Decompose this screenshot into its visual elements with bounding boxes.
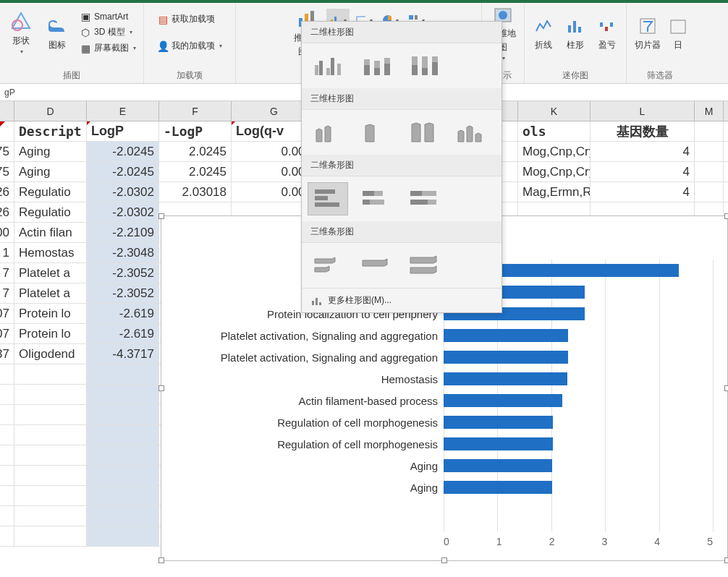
- cell[interactable]: 75: [0, 142, 14, 161]
- cell[interactable]: 7: [0, 283, 14, 303]
- cell[interactable]: 2.0245: [159, 142, 232, 161]
- 3d-100stacked-bar-icon[interactable]: [403, 249, 444, 282]
- cell[interactable]: -2.619: [87, 304, 159, 323]
- hdr-D[interactable]: Descript: [14, 121, 87, 141]
- cell[interactable]: [87, 486, 159, 505]
- cell[interactable]: 00: [0, 223, 14, 242]
- 3d-column-icon[interactable]: [451, 116, 491, 149]
- cell[interactable]: [87, 405, 159, 424]
- 3d-stacked-bar-icon[interactable]: [355, 249, 396, 282]
- sparkline-winloss-button[interactable]: 盈亏: [593, 4, 622, 61]
- col-K[interactable]: K: [518, 101, 591, 121]
- cell[interactable]: 4: [591, 182, 695, 202]
- cell[interactable]: Protein lo: [14, 304, 87, 323]
- resize-handle[interactable]: [724, 385, 728, 391]
- cell[interactable]: [14, 385, 87, 404]
- cell[interactable]: 26: [0, 182, 14, 202]
- cell[interactable]: Hemostas: [14, 243, 87, 262]
- cell[interactable]: [695, 162, 724, 181]
- more-column-charts-button[interactable]: 更多柱形图(M)...: [302, 288, 501, 312]
- chart-bar[interactable]: [444, 372, 567, 385]
- cell[interactable]: Mag,Ermn,Rho: [518, 182, 591, 202]
- cell[interactable]: [695, 142, 724, 161]
- cell[interactable]: -2.3052: [87, 263, 159, 283]
- cell[interactable]: 75: [0, 162, 14, 181]
- 3dmodel-button[interactable]: ⬡3D 模型▾: [77, 25, 139, 40]
- cell[interactable]: [87, 385, 159, 404]
- cell[interactable]: 07: [0, 304, 14, 323]
- cell[interactable]: [87, 364, 159, 384]
- col-E[interactable]: E: [87, 101, 159, 121]
- cell[interactable]: 2.03018: [159, 182, 232, 202]
- cell[interactable]: -2.2109: [87, 223, 159, 242]
- cell[interactable]: [0, 506, 14, 526]
- cell[interactable]: Regulatio: [14, 182, 87, 202]
- cell[interactable]: -2.0302: [87, 182, 159, 202]
- hdr-K[interactable]: ols: [518, 121, 591, 141]
- cell[interactable]: [87, 445, 159, 465]
- timeline-button[interactable]: 日: [667, 4, 689, 61]
- 3d-stacked-column-icon[interactable]: [355, 116, 396, 149]
- cell[interactable]: [0, 445, 14, 465]
- cell[interactable]: Oligodend: [14, 344, 87, 364]
- cell[interactable]: [0, 405, 14, 424]
- cell[interactable]: [0, 425, 14, 445]
- cell[interactable]: 26: [0, 202, 14, 222]
- screenshot-button[interactable]: ▦屏幕截图▾: [77, 40, 139, 56]
- 3d-clustered-bar-icon[interactable]: [308, 249, 348, 282]
- cell[interactable]: [14, 425, 87, 445]
- clustered-column-icon[interactable]: [308, 49, 348, 82]
- 100stacked-bar-icon[interactable]: [403, 182, 444, 215]
- resize-handle[interactable]: [724, 557, 728, 563]
- cell[interactable]: [14, 486, 87, 505]
- cell[interactable]: Aging: [14, 142, 87, 161]
- cell[interactable]: [14, 526, 87, 546]
- stacked-column-icon[interactable]: [355, 49, 396, 82]
- 3d-100stacked-column-icon[interactable]: [403, 116, 444, 149]
- cell[interactable]: Aging: [14, 162, 87, 181]
- resize-handle[interactable]: [441, 557, 447, 563]
- stacked-bar-icon[interactable]: [355, 182, 396, 215]
- icons-button[interactable]: 图标: [41, 4, 74, 61]
- resize-handle[interactable]: [158, 385, 164, 391]
- cell[interactable]: [14, 405, 87, 424]
- cell[interactable]: [14, 445, 87, 465]
- cell[interactable]: [0, 385, 14, 404]
- cell[interactable]: -2.619: [87, 324, 159, 343]
- cell[interactable]: -2.3048: [87, 243, 159, 262]
- chart-bar[interactable]: [444, 394, 562, 407]
- chart-bar[interactable]: [444, 459, 552, 472]
- cell[interactable]: [14, 364, 87, 384]
- cell[interactable]: 07: [0, 324, 14, 343]
- cell[interactable]: Platelet a: [14, 263, 87, 283]
- cell[interactable]: [14, 466, 87, 485]
- hdr-L[interactable]: 基因数量: [591, 121, 695, 141]
- cell[interactable]: [0, 364, 14, 384]
- col-stub[interactable]: [0, 101, 14, 121]
- hdr-M[interactable]: [695, 121, 724, 141]
- cell[interactable]: 1: [0, 243, 14, 262]
- cell[interactable]: 4: [591, 142, 695, 161]
- cell[interactable]: -2.3052: [87, 283, 159, 303]
- resize-handle[interactable]: [158, 213, 164, 219]
- col-F[interactable]: F: [159, 101, 232, 121]
- slicer-button[interactable]: 切片器: [631, 4, 664, 61]
- smartart-button[interactable]: ▣SmartArt: [77, 9, 139, 24]
- cell[interactable]: -2.0245: [87, 142, 159, 161]
- cell[interactable]: [0, 526, 14, 546]
- cell[interactable]: [695, 182, 724, 202]
- clustered-bar-icon[interactable]: [308, 182, 348, 215]
- col-D[interactable]: D: [14, 101, 87, 121]
- cell[interactable]: -4.3717: [87, 344, 159, 364]
- cell[interactable]: Actin filan: [14, 223, 87, 242]
- cell[interactable]: -2.0245: [87, 162, 159, 181]
- sparkline-line-button[interactable]: 折线: [529, 4, 558, 61]
- 3d-clustered-column-icon[interactable]: [308, 116, 348, 149]
- 100stacked-column-icon[interactable]: [403, 49, 444, 82]
- col-L[interactable]: L: [591, 101, 695, 121]
- resize-handle[interactable]: [724, 213, 728, 219]
- cell[interactable]: [87, 425, 159, 445]
- cell[interactable]: [87, 466, 159, 485]
- cell[interactable]: [0, 466, 14, 485]
- get-addins-button[interactable]: ▤获取加载项: [154, 12, 225, 27]
